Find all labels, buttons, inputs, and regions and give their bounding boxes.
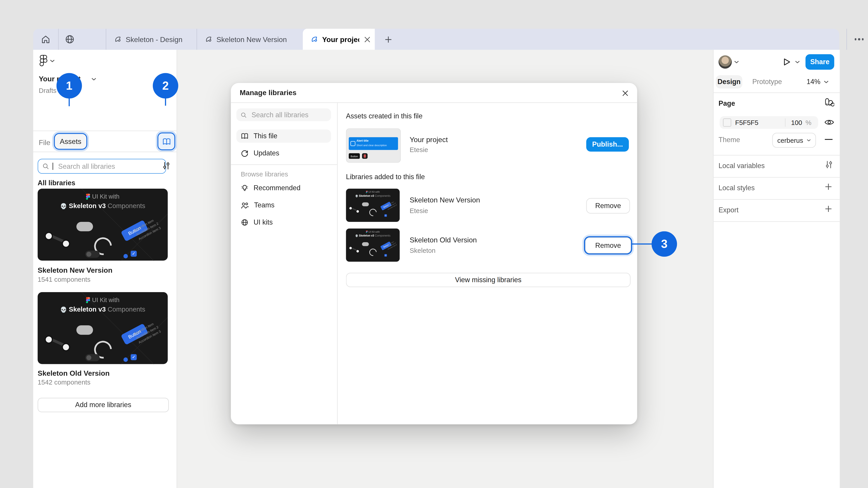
nav-updates[interactable]: Updates — [237, 147, 331, 160]
divider — [714, 92, 840, 93]
nav-recommended[interactable]: Recommended — [237, 182, 331, 195]
zoom-level: 14% — [807, 78, 820, 86]
community-button[interactable] — [59, 29, 81, 50]
tab-assets[interactable]: Assets — [55, 134, 86, 149]
assets-created-heading: Assets created in this file — [346, 112, 423, 120]
styles-icon — [825, 97, 834, 107]
theme-select[interactable]: cerberus — [772, 133, 816, 148]
libraries-added-heading: Libraries added to this file — [346, 173, 425, 181]
present-button[interactable] — [783, 58, 791, 66]
publish-button[interactable]: Publish... — [586, 137, 629, 152]
plus-icon — [825, 205, 832, 213]
tab-design[interactable]: Design — [716, 75, 743, 89]
library-row-name: Skeleton Old Version — [410, 236, 477, 244]
book-open-icon — [241, 133, 248, 139]
nav-teams-label: Teams — [254, 201, 274, 209]
window-menu-button[interactable] — [849, 29, 868, 50]
close-tab-button[interactable] — [359, 29, 375, 50]
add-style-button[interactable] — [825, 183, 832, 191]
modal-close-button[interactable] — [618, 86, 632, 100]
modal-vertical-divider — [337, 102, 338, 424]
add-more-libraries-button[interactable]: Add more libraries — [38, 398, 169, 412]
filter-button[interactable] — [162, 162, 170, 170]
zoom-menu[interactable]: 14% — [807, 75, 829, 89]
home-button[interactable] — [34, 29, 57, 50]
page-styles-button[interactable] — [825, 97, 834, 107]
add-export-button[interactable] — [825, 205, 832, 213]
tab-assets-label: Assets — [60, 137, 81, 145]
refresh-icon — [241, 149, 248, 157]
file-location[interactable]: Drafts — [39, 87, 56, 94]
library-thumbnail: UI Kit with 💀 Skeleton v3 Components But… — [38, 189, 168, 260]
library-card-title: Skeleton New Version — [38, 266, 113, 274]
library-card-meta: 1541 components — [38, 275, 91, 283]
annotation-3: 3 — [651, 231, 677, 257]
skull-icon: 💀 — [60, 203, 67, 209]
nav-this-file[interactable]: This file — [237, 129, 331, 143]
library-search-input[interactable] — [57, 162, 161, 170]
search-icon — [241, 111, 246, 118]
browse-libraries-label: Browse libraries — [241, 170, 288, 178]
modal-title: Manage libraries — [240, 89, 296, 97]
library-row-thumbnail: UI Kit with 💀 Skeleton v3 Components But… — [346, 228, 400, 262]
search-icon — [43, 163, 49, 170]
view-missing-libraries-button[interactable]: View missing libraries — [346, 273, 631, 287]
tab-file[interactable]: File — [39, 138, 50, 147]
tab-skeleton-new-version[interactable]: Skeleton New Version — [197, 29, 304, 50]
chevron-down-icon — [807, 139, 811, 142]
close-icon — [364, 36, 370, 42]
library-row-thumbnail: UI Kit with 💀 Skeleton v3 Components But… — [346, 189, 400, 222]
open-variables-button[interactable] — [825, 160, 833, 169]
chevron-down-icon — [91, 77, 96, 80]
remove-library-button-highlighted[interactable]: Remove — [585, 237, 631, 254]
library-card-title: Skeleton Old Version — [38, 369, 110, 377]
new-tab-button[interactable] — [380, 29, 396, 50]
thumb-accordion: Accordion itemAccordion item 2Accordion … — [133, 217, 162, 242]
thumb-pill — [76, 222, 93, 231]
people-icon — [241, 202, 249, 209]
modal-search-input[interactable] — [250, 110, 327, 119]
remove-label: Remove — [595, 241, 621, 249]
divider — [33, 152, 177, 152]
globe-icon — [65, 34, 75, 44]
nav-recommended-label: Recommended — [254, 184, 301, 192]
nav-teams[interactable]: Teams — [237, 199, 331, 212]
library-thumbnail: UI Kit with 💀 Skeleton v3 Components But… — [38, 292, 168, 364]
share-button[interactable]: Share — [805, 54, 834, 70]
annotation-2: 2 — [153, 73, 178, 98]
library-search[interactable] — [38, 159, 166, 174]
modal-search[interactable] — [237, 108, 331, 121]
right-sidebar: Share Design Prototype 14% Page — [713, 50, 840, 488]
remove-library-button[interactable]: Remove — [586, 198, 630, 214]
libraries-button[interactable] — [158, 133, 174, 149]
divider — [714, 199, 840, 200]
tab-bar: Skeleton - Design Skeleton New Version Y… — [33, 29, 839, 50]
tab-prototype[interactable]: Prototype — [752, 78, 782, 86]
theme-label: Theme — [719, 136, 740, 144]
view-missing-libraries-label: View missing libraries — [455, 276, 522, 284]
globe-icon — [241, 219, 248, 226]
figma-logo-icon — [39, 55, 48, 67]
share-label: Share — [810, 58, 829, 66]
theme-remove-button[interactable] — [825, 139, 833, 140]
divider — [33, 131, 177, 131]
tab-label: Your project — [322, 35, 364, 43]
color-swatch[interactable] — [723, 119, 731, 127]
tab-skeleton-design[interactable]: Skeleton - Design — [106, 29, 205, 50]
local-styles-label: Local styles — [719, 184, 755, 192]
thumb-slider — [46, 232, 69, 245]
account-menu[interactable] — [719, 55, 739, 69]
publish-label: Publish... — [592, 140, 623, 148]
annotation-1: 1 — [57, 73, 82, 98]
nav-ui-kits[interactable]: UI kits — [237, 216, 331, 229]
opacity-value[interactable]: 100 — [791, 119, 802, 126]
chevron-down-icon — [795, 60, 800, 64]
nav-ui-kits-label: UI kits — [254, 219, 273, 226]
present-options-button[interactable] — [795, 60, 800, 64]
color-hex-value[interactable]: F5F5F5 — [735, 119, 758, 126]
main-menu-button[interactable] — [39, 55, 55, 67]
thumb-radio — [123, 254, 128, 258]
page-color-visibility-button[interactable] — [825, 119, 834, 126]
all-libraries-heading: All libraries — [38, 179, 75, 187]
local-variables-label: Local variables — [719, 162, 765, 170]
